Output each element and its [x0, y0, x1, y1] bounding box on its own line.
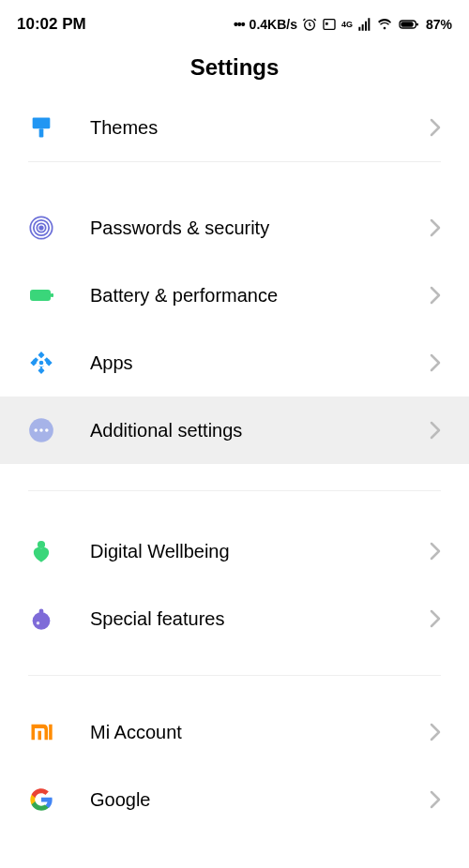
item-passwords-security[interactable]: Passwords & security	[0, 194, 469, 262]
fingerprint-icon	[28, 215, 54, 241]
svg-rect-2	[325, 22, 328, 25]
svg-rect-13	[51, 293, 53, 297]
item-label: Apps	[90, 352, 430, 374]
svg-point-24	[37, 621, 40, 625]
wifi-icon	[377, 17, 392, 32]
spacer	[0, 464, 469, 490]
spacer	[0, 652, 469, 675]
svg-point-18	[34, 428, 38, 432]
chevron-right-icon	[430, 218, 441, 237]
calendar-icon	[322, 17, 337, 32]
svg-point-20	[45, 428, 49, 432]
item-special-features[interactable]: Special features	[0, 585, 469, 652]
spacer	[0, 162, 469, 194]
more-indicator: •••	[234, 17, 245, 32]
svg-rect-5	[416, 23, 418, 26]
chevron-right-icon	[430, 353, 441, 372]
settings-list: Themes Passwords & security Battery & pe…	[0, 94, 469, 833]
svg-rect-6	[33, 118, 51, 129]
svg-point-19	[39, 428, 43, 432]
status-bar: 10:02 PM ••• 0.4KB/s 4G 87%	[0, 0, 469, 37]
chevron-right-icon	[430, 790, 441, 809]
item-label: Google	[90, 789, 430, 811]
battery-performance-icon	[28, 282, 54, 308]
item-label: Battery & performance	[90, 285, 430, 307]
apps-icon	[28, 350, 54, 376]
alarm-icon	[302, 17, 317, 32]
spacer	[0, 491, 469, 517]
svg-rect-23	[39, 609, 44, 615]
svg-point-11	[39, 226, 43, 230]
svg-point-21	[38, 541, 45, 548]
additional-icon	[28, 417, 54, 443]
item-google[interactable]: Google	[0, 766, 469, 833]
item-additional-settings[interactable]: Additional settings	[0, 397, 469, 464]
special-features-icon	[28, 606, 54, 632]
item-label: Additional settings	[90, 420, 430, 441]
svg-point-16	[39, 361, 44, 366]
wellbeing-icon	[28, 538, 54, 564]
chevron-right-icon	[430, 609, 441, 628]
network-type: 4G	[341, 21, 353, 29]
item-mi-account[interactable]: Mi Account	[0, 698, 469, 766]
chevron-right-icon	[430, 723, 441, 741]
item-label: Themes	[90, 117, 430, 139]
chevron-right-icon	[430, 542, 441, 561]
item-label: Passwords & security	[90, 217, 430, 239]
signal-icon	[357, 17, 372, 32]
network-speed: 0.4KB/s	[250, 17, 297, 32]
svg-rect-12	[30, 290, 51, 301]
status-time: 10:02 PM	[17, 15, 86, 34]
chevron-right-icon	[430, 421, 441, 440]
chevron-right-icon	[430, 118, 441, 137]
page-title: Settings	[0, 37, 469, 94]
svg-rect-1	[324, 20, 335, 30]
themes-icon	[28, 114, 54, 141]
battery-percent: 87%	[426, 17, 452, 32]
svg-point-22	[33, 612, 51, 630]
item-label: Special features	[90, 608, 430, 630]
item-apps[interactable]: Apps	[0, 329, 469, 397]
google-icon	[28, 786, 54, 813]
item-themes[interactable]: Themes	[0, 94, 469, 161]
mi-icon	[28, 719, 54, 745]
chevron-right-icon	[430, 286, 441, 305]
svg-rect-4	[401, 22, 413, 26]
item-label: Digital Wellbeing	[90, 541, 430, 562]
battery-icon	[397, 17, 421, 32]
spacer	[0, 676, 469, 698]
item-label: Mi Account	[90, 722, 430, 743]
status-indicators: ••• 0.4KB/s 4G 87%	[234, 17, 452, 32]
svg-rect-7	[39, 128, 44, 137]
item-digital-wellbeing[interactable]: Digital Wellbeing	[0, 517, 469, 585]
item-battery-performance[interactable]: Battery & performance	[0, 262, 469, 329]
